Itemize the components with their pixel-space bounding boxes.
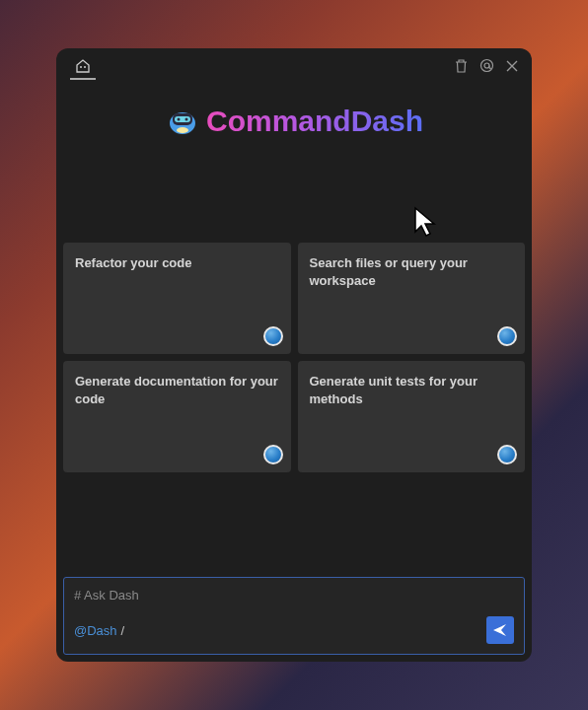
card-title: Search files or query your workspace [310,254,514,290]
card-generate-docs[interactable]: Generate documentation for your code [63,361,291,472]
logo-bot-icon [165,104,200,139]
input-prompt[interactable]: @Dash / [74,623,124,638]
suggestion-cards: Refactor your code Search files or query… [56,243,532,472]
tab-underline [70,78,96,80]
card-badge-icon [263,445,283,464]
input-row: @Dash / [74,616,514,644]
input-header: # Ask Dash [74,588,514,603]
card-search-files[interactable]: Search files or query your workspace [298,243,526,354]
send-button[interactable] [486,616,514,644]
command-dash-panel: CommandDash Refactor your code Search fi… [56,48,532,662]
slash-command: / [121,623,125,638]
svg-rect-6 [175,116,190,122]
bot-tab-icon [74,58,92,74]
spacer [56,149,532,243]
send-icon [492,622,508,638]
chat-input-area[interactable]: # Ask Dash @Dash / [63,577,525,655]
at-icon[interactable] [479,58,494,73]
logo-area: CommandDash [56,84,532,149]
card-generate-tests[interactable]: Generate unit tests for your methods [298,361,526,472]
svg-point-9 [177,127,188,133]
svg-point-1 [84,66,86,68]
svg-point-3 [484,63,489,68]
close-icon[interactable] [506,60,518,72]
logo: CommandDash [165,104,423,139]
panel-header [56,48,532,84]
trash-icon[interactable] [455,59,468,73]
mention-token: @Dash [74,623,117,638]
active-tab[interactable] [70,58,96,80]
card-title: Refactor your code [75,254,279,272]
card-title: Generate documentation for your code [75,373,279,408]
card-badge-icon [497,445,517,464]
bottom-spacer [56,472,532,570]
svg-point-8 [184,118,187,121]
header-actions [455,58,518,73]
svg-point-0 [80,66,82,68]
card-badge-icon [497,326,517,346]
svg-point-2 [481,60,493,72]
card-badge-icon [263,326,283,346]
svg-point-7 [177,118,180,121]
card-refactor[interactable]: Refactor your code [63,243,291,354]
card-title: Generate unit tests for your methods [310,373,514,408]
logo-text: CommandDash [206,105,423,138]
